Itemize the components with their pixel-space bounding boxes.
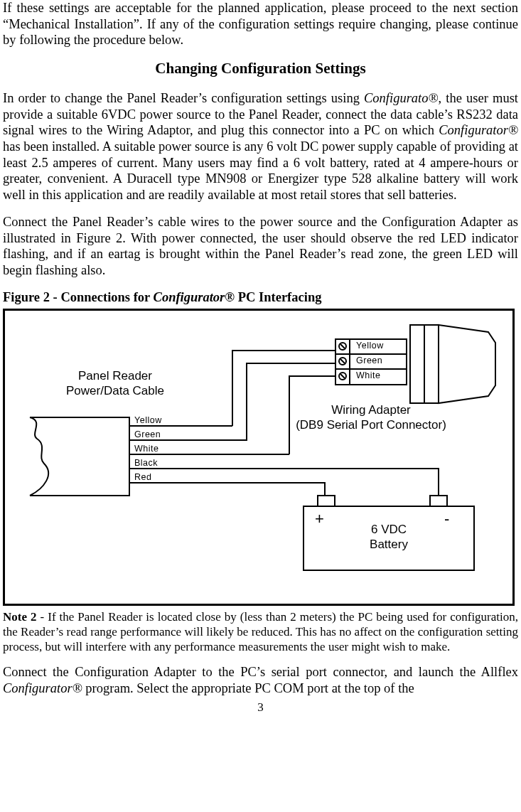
svg-rect-16 — [318, 496, 335, 506]
wire-label-green: Green — [134, 429, 161, 440]
text-run: program. Select the appropriate PC COM p… — [82, 681, 414, 695]
svg-rect-17 — [430, 496, 447, 506]
label-line: Battery — [370, 538, 408, 551]
wire-label-white: White — [134, 444, 159, 454]
adapter-wire-yellow: Yellow — [356, 341, 384, 351]
product-name: Configurator® — [154, 290, 235, 304]
svg-line-8 — [340, 344, 345, 348]
page-number: 3 — [3, 700, 518, 715]
label-line: Wiring Adapter — [331, 403, 411, 417]
product-name: Configurator® — [3, 681, 82, 695]
note-paragraph: Note 2 - If the Panel Reader is located … — [3, 610, 518, 654]
text-run: Connect the Configuration Adapter to the… — [3, 665, 518, 679]
product-name: Configurato® — [364, 91, 439, 105]
note-separator: - — [37, 610, 48, 624]
figure-caption: Figure 2 - Connections for Configurator®… — [3, 289, 518, 306]
note-number: Note 2 — [3, 610, 37, 624]
product-name: Configurator® — [439, 123, 518, 137]
svg-line-12 — [340, 374, 345, 378]
label-line: Power/Data Cable — [66, 384, 164, 397]
battery-plus-icon: + — [315, 510, 324, 529]
adapter-wire-white: White — [356, 370, 380, 381]
label-line: Panel Reader — [78, 369, 152, 383]
figure-number: Figure 2 — [3, 290, 50, 304]
svg-rect-14 — [424, 325, 439, 403]
section-heading: Changing Configuration Settings — [3, 60, 518, 78]
wire-label-red: Red — [134, 472, 151, 483]
battery-minus-icon: - — [444, 510, 449, 529]
caption-text: Connections for — [60, 290, 153, 304]
panel-reader-label: Panel Reader Power/Data Cable — [58, 369, 172, 398]
text-run: In order to change the Panel Reader’s co… — [3, 91, 364, 105]
wire-label-black: Black — [134, 458, 158, 469]
svg-rect-13 — [410, 325, 424, 403]
paragraph-connection: Connect the Panel Reader’s cable wires t… — [3, 214, 518, 278]
battery-label: 6 VDC Battery — [353, 523, 424, 552]
text-run: has been installed. A suitable power sou… — [3, 139, 518, 202]
caption-separator: - — [50, 290, 60, 304]
figure-2-diagram: Panel Reader Power/Data Cable Yellow Gre… — [3, 309, 515, 606]
intro-paragraph: If these settings are acceptable for the… — [3, 0, 518, 48]
paragraph-power-setup: In order to change the Panel Reader’s co… — [3, 90, 518, 203]
label-line: 6 VDC — [371, 523, 407, 536]
paragraph-launch: Connect the Configuration Adapter to the… — [3, 664, 518, 696]
label-line: (DB9 Serial Port Connector) — [296, 418, 446, 432]
wiring-adapter-label: Wiring Adapter (DB9 Serial Port Connecto… — [275, 403, 467, 432]
wire-label-yellow: Yellow — [134, 415, 162, 426]
note-text: If the Panel Reader is located close by … — [3, 610, 518, 653]
caption-text: PC Interfacing — [235, 290, 321, 304]
svg-line-10 — [340, 359, 345, 363]
adapter-wire-green: Green — [356, 356, 382, 366]
